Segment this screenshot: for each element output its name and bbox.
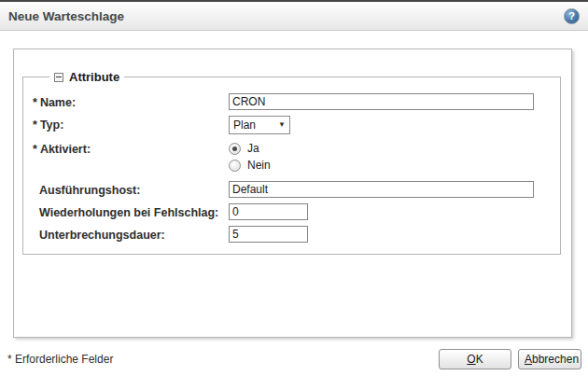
required-marker: * [33, 96, 37, 109]
required-fields-note: * Erforderliche Felder [7, 353, 113, 366]
typ-row: *Typ: Plan ▼ [33, 116, 560, 134]
aktiviert-label: *Aktiviert: [33, 140, 229, 156]
radio-nein-label: Nein [247, 159, 271, 172]
unterbrechungsdauer-label: Unterbrechungsdauer: [33, 226, 229, 242]
dialog-footer: * Erforderliche Felder OK Abbrechen [7, 349, 581, 369]
radio-row-ja: Ja [229, 142, 271, 155]
attribute-fieldset: Attribute *Name: *Typ: Plan ▼ *Aktiviert… [22, 70, 561, 255]
typ-select-value: Plan [233, 118, 256, 132]
ausfuehrungshost-label: Ausführungshost: [33, 181, 229, 197]
radio-row-nein: Nein [229, 159, 271, 172]
typ-label: *Typ: [33, 116, 229, 132]
collapse-icon[interactable] [54, 73, 63, 82]
help-icon[interactable]: ? [564, 8, 580, 24]
wiederholungen-row: Wiederholungen bei Fehlschlag: [33, 203, 560, 220]
unterbrechungsdauer-input[interactable] [229, 226, 308, 243]
typ-select[interactable]: Plan ▼ [229, 116, 290, 134]
dialog-titlebar: Neue Warteschlage ? [0, 0, 588, 31]
ausfuehrungshost-input[interactable] [229, 181, 534, 198]
name-label: *Name: [33, 93, 229, 109]
fieldset-legend-label: Attribute [69, 70, 119, 84]
wiederholungen-label: Wiederholungen bei Fehlschlag: [33, 203, 229, 219]
radio-ja-label: Ja [247, 142, 259, 155]
radio-nein[interactable] [229, 160, 241, 172]
page-title: Neue Warteschlage [8, 9, 124, 23]
fieldset-legend: Attribute [49, 70, 124, 84]
cancel-button[interactable]: Abbrechen [518, 349, 581, 369]
aktiviert-radio-group: Ja Nein [229, 140, 271, 175]
required-marker: * [33, 118, 37, 132]
name-row: *Name: [33, 93, 560, 110]
name-input[interactable] [229, 93, 534, 110]
ok-button[interactable]: OK [439, 349, 511, 369]
unterbrechungsdauer-row: Unterbrechungsdauer: [33, 226, 560, 243]
required-marker: * [33, 143, 37, 156]
content-panel: Attribute *Name: *Typ: Plan ▼ *Aktiviert… [13, 49, 572, 338]
wiederholungen-input[interactable] [229, 203, 308, 220]
chevron-down-icon: ▼ [278, 121, 286, 129]
aktiviert-row: *Aktiviert: Ja Nein [33, 140, 560, 175]
button-group: OK Abbrechen [439, 349, 581, 369]
ausfuehrungshost-row: Ausführungshost: [33, 181, 560, 198]
radio-ja[interactable] [229, 143, 241, 155]
